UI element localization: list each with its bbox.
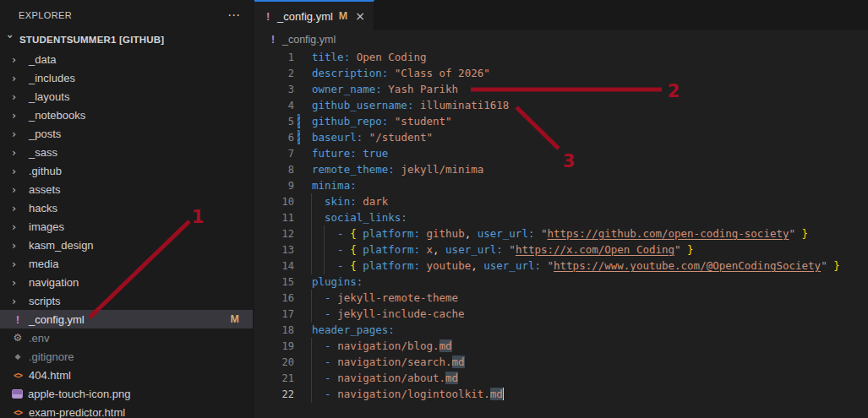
file-item-exam-predictor.html[interactable]: <>exam-predictor.html [0,403,253,418]
code-text: skin: dark [312,195,388,208]
code-text: minima: [312,179,357,192]
workspace-root-label: STUDENTSUMMER1 [GITHUB] [19,35,164,45]
file-name: navigation [29,276,79,289]
code-text: - { platform: github, user_url: "https:/… [312,227,808,240]
file-name: exam-predictor.html [29,406,125,418]
file-item-apple-touch-icon.png[interactable]: apple-touch-icon.png [0,384,253,403]
code-line-19[interactable]: 19 - navigation/blog.md [254,338,868,354]
code-text: future: true [312,147,388,160]
code-line-3[interactable]: 3owner_name: Yash Parikh [254,81,868,97]
file-name: hacks [29,202,57,214]
folder-item-media[interactable]: ›media [0,254,253,273]
line-number: 2 [254,68,294,79]
code-line-15[interactable]: 15plugins: [254,274,868,290]
code-text: - navigation/about.md [312,372,458,384]
file-item-404.html[interactable]: <>404.html [0,366,253,384]
git-modified-badge: M [231,313,239,325]
folder-item-_sass[interactable]: ›_sass [0,143,253,161]
code-line-14[interactable]: 14 - { platform: youtube, user_url: "htt… [254,258,868,274]
code-line-5[interactable]: 5github_repo: "student" [254,113,868,129]
breadcrumb[interactable]: ! _config.yml [254,30,868,49]
file-name: _includes [29,72,75,84]
code-line-2[interactable]: 2description: "Class of 2026" [254,65,868,81]
gutter [294,258,312,274]
line-number: 22 [254,388,294,400]
gutter [294,145,312,161]
line-number: 17 [254,308,294,320]
line-number: 15 [254,276,294,288]
gutter [294,97,312,113]
indent-guide [324,225,325,274]
file-name: scripts [29,295,61,307]
gutter [294,322,312,338]
file-name: _posts [29,128,61,140]
code-line-8[interactable]: 8remote_theme: jekyll/minima [254,161,868,177]
folder-item-.github[interactable]: ›.github [0,161,253,180]
gutter [294,242,312,258]
yaml-icon: ! [269,34,277,46]
code-line-9[interactable]: 9minima: [254,177,868,193]
code-text: - navigation/blog.md [312,339,452,352]
file-name: _sass [29,146,57,159]
code-text: social_links: [312,211,407,224]
code-line-12[interactable]: 12 - { platform: github, user_url: "http… [254,225,868,242]
chevron-down-icon: › [4,34,17,46]
yaml-icon: ! [265,10,271,23]
indent-guide [311,338,312,403]
workspace-root-item[interactable]: › STUDENTSUMMER1 [GITHUB] [0,30,253,49]
code-line-11[interactable]: 11 social_links: [254,209,868,225]
gutter [294,306,312,322]
code-line-10[interactable]: 10 skin: dark [254,193,868,209]
gutter [294,81,312,97]
yaml-icon: ! [12,313,24,326]
close-icon[interactable]: × [355,9,365,23]
folder-item-_data[interactable]: ›_data [0,50,253,68]
code-line-7[interactable]: 7future: true [254,145,868,161]
file-item-.gitignore[interactable]: ◆.gitignore [0,347,253,366]
more-actions-icon[interactable]: ⋯ [227,8,241,23]
file-name: _notebooks [29,109,85,122]
line-number: 8 [254,164,294,176]
chevron-right-icon: › [12,90,24,103]
file-item-_config.yml[interactable]: !_config.ymlM [0,310,253,328]
folder-item-_includes[interactable]: ›_includes [0,68,253,87]
file-item-.env[interactable]: ⚙.env [0,328,253,347]
code-line-4[interactable]: 4github_username: illuminati1618 [254,97,868,113]
tab-bar: ! _config.yml M × [254,0,868,30]
gutter [294,209,312,225]
line-number: 4 [254,100,294,111]
code-line-21[interactable]: 21 - navigation/about.md [254,370,868,386]
folder-item-hacks[interactable]: ›hacks [0,198,253,217]
folder-item-_posts[interactable]: ›_posts [0,124,253,143]
tab-config-yml[interactable]: ! _config.yml M × [254,0,374,30]
folder-item-_layouts[interactable]: ›_layouts [0,87,253,106]
folder-item-scripts[interactable]: ›scripts [0,291,253,310]
folder-item-kasm_design[interactable]: ›kasm_design [0,236,253,254]
folder-item-images[interactable]: ›images [0,217,253,236]
code-line-18[interactable]: 18header_pages: [254,322,868,338]
code-text: - navigation/search.md [312,356,465,368]
code-line-16[interactable]: 16 - jekyll-remote-theme [254,290,868,306]
folder-item-navigation[interactable]: ›navigation [0,273,253,291]
file-name: apple-touch-icon.png [28,388,130,400]
code-line-20[interactable]: 20 - navigation/search.md [254,354,868,370]
chevron-right-icon: › [12,276,24,289]
code-text: - { platform: youtube, user_url: "https:… [312,259,840,272]
code-line-13[interactable]: 13 - { platform: x, user_url: "https://x… [254,242,868,258]
file-name: _layouts [29,90,69,103]
code-line-22[interactable]: 22 - navigation/logintoolkit.md [254,386,868,402]
gutter [294,193,312,209]
code-line-6[interactable]: 6baseurl: "/student" [254,129,868,145]
folder-item-_notebooks[interactable]: ›_notebooks [0,106,253,124]
line-number: 1 [254,52,294,63]
folder-item-assets[interactable]: ›assets [0,180,253,198]
line-number: 10 [254,196,294,208]
file-name: .github [29,165,62,177]
html-icon: <> [12,371,24,380]
code-line-1[interactable]: 1title: Open Coding [254,49,868,65]
code-line-17[interactable]: 17 - jekyll-include-cache [254,306,868,322]
file-name: .env [29,332,50,345]
code-lines: 1title: Open Coding2description: "Class … [254,49,868,402]
chevron-right-icon: › [12,53,24,66]
html-icon: <> [12,408,24,417]
